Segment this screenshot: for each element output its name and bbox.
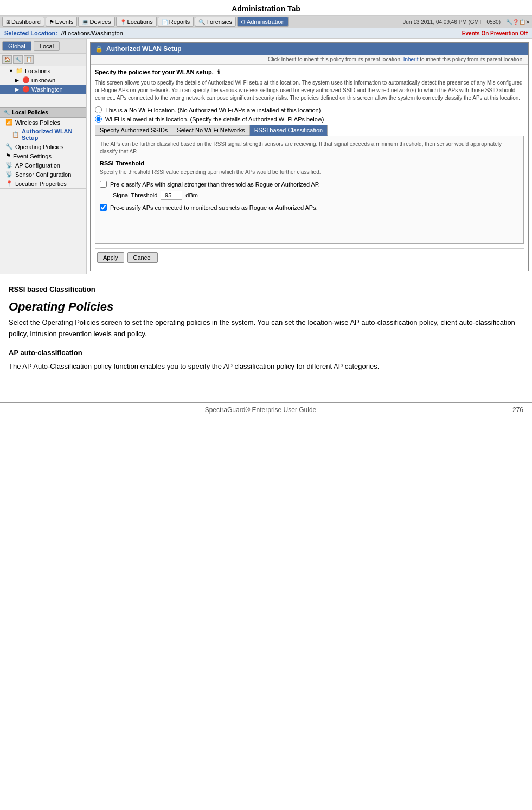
operating-icon: 🔧 xyxy=(5,143,13,150)
folder-icon: 📁 xyxy=(16,67,23,74)
footer-page: 276 xyxy=(512,406,523,414)
local-policies-title: 🔧 Local Policies xyxy=(0,107,86,118)
panel-header: 🔒 Authorized WLAN Setup xyxy=(91,43,528,55)
reports-icon: 📄 xyxy=(162,19,168,25)
rssi-threshold-desc: Specify the threshold RSSI value dependi… xyxy=(100,169,519,176)
page-footer: SpectraGuard® Enterprise User Guide 276 xyxy=(0,402,532,417)
bottom-buttons: Apply Cancel xyxy=(95,248,524,266)
checkbox-pre-classify-input[interactable] xyxy=(100,181,107,188)
nav-tab-dashboard[interactable]: ⊞ Dashboard xyxy=(2,17,44,27)
rssi-description: The APs can be further classified based … xyxy=(100,140,519,156)
nav-tab-locations[interactable]: 📍 Locations xyxy=(116,17,157,27)
sidebar-tab-local[interactable]: Local xyxy=(34,41,60,51)
sidebar-tab-global[interactable]: Global xyxy=(2,41,31,51)
nav-tabs: ⊞ Dashboard ⚑ Events 💻 Devices 📍 Locatio… xyxy=(2,17,289,27)
apply-button[interactable]: Apply xyxy=(97,252,124,263)
authorized-wlan-icon: 📋 xyxy=(12,131,20,138)
sidebar-local-policies: 🔧 Local Policies 📶 Wireless Policies 📋 A… xyxy=(0,107,86,189)
panel-header-icon: 🔒 xyxy=(95,45,103,53)
sidebar-operating-policies[interactable]: 🔧 Operating Policies xyxy=(0,142,86,151)
main-layout: Global Local 🏠 🔧 📋 ▼ 📁 Locations ▶ 🔴 unk… xyxy=(0,38,532,274)
info-icon: ℹ xyxy=(217,69,220,75)
local-policies-icon: 🔧 xyxy=(3,110,10,115)
signal-threshold-input[interactable] xyxy=(161,191,182,200)
rssi-content: The APs can be further classified based … xyxy=(95,136,524,244)
location-props-icon: 📍 xyxy=(5,180,13,187)
nav-tab-reports[interactable]: 📄 Reports xyxy=(158,17,194,27)
event-settings-icon: ⚑ xyxy=(5,152,11,159)
locations-icon: 📍 xyxy=(120,19,126,25)
events-icon: ⚑ xyxy=(49,19,54,25)
tree-item-unknown[interactable]: ▶ 🔴 unknown xyxy=(0,75,86,85)
page-title: Administration Tab xyxy=(0,0,532,16)
authorized-wlan-panel: 🔒 Authorized WLAN Setup Click Inherit to… xyxy=(90,42,529,271)
unknown-icon: 🔴 xyxy=(22,76,30,83)
specify-title: Specify the policies for your WLAN setup… xyxy=(95,69,524,76)
panel-body: Specify the policies for your WLAN setup… xyxy=(91,65,528,271)
inherit-bar: Click Inherit to inherit this policy fro… xyxy=(91,55,528,65)
washington-icon: 🔴 xyxy=(22,86,30,93)
events-status: Events On Prevention Off xyxy=(462,30,528,36)
doc-para-2: The AP Auto-Classification policy functi… xyxy=(9,361,523,372)
sidebar-location-properties[interactable]: 📍 Location Properties xyxy=(0,179,86,188)
tab-rssi-classification[interactable]: RSSI based Classification xyxy=(249,125,328,136)
nav-icons: 🔧❓📋✕ xyxy=(506,19,530,25)
nav-tab-administration[interactable]: ⚙ Administration xyxy=(237,17,289,27)
global-local-tabs: Global Local xyxy=(0,39,86,54)
doc-sub-heading: AP auto-classification xyxy=(9,349,523,357)
sidebar-authorized-wlan[interactable]: 📋 Authorized WLAN Setup xyxy=(0,127,86,142)
datetime-display: Jun 13 2011, 04:09:46 PM (GMT +0530) 🔧❓📋… xyxy=(403,19,530,25)
radio-no-wifi: This is a No Wi-Fi location. (No Authori… xyxy=(95,106,524,113)
forensics-icon: 🔍 xyxy=(198,19,205,25)
dashboard-icon: ⊞ xyxy=(6,19,10,25)
rssi-threshold-title: RSSI Threshold xyxy=(100,160,519,166)
content-area: 🔒 Authorized WLAN Setup Click Inherit to… xyxy=(87,39,532,274)
checkbox-monitored-subnets-input[interactable] xyxy=(100,204,107,211)
sidebar-toolbar: 🏠 🔧 📋 xyxy=(0,54,86,66)
footer-text: SpectraGuard® Enterprise User Guide xyxy=(205,406,317,414)
top-navigation: ⊞ Dashboard ⚑ Events 💻 Devices 📍 Locatio… xyxy=(0,16,532,28)
policy-description: This screen allows you to specify the de… xyxy=(95,79,524,102)
inner-tabs: Specify Authorized SSIDs Select No Wi-Fi… xyxy=(95,125,524,136)
wireless-icon: 📶 xyxy=(5,119,13,126)
radio-wifi-allowed: Wi-Fi is allowed at this location. (Spec… xyxy=(95,115,524,123)
nav-tab-devices[interactable]: 💻 Devices xyxy=(78,17,114,27)
radio-wifi-allowed-input[interactable] xyxy=(95,115,102,123)
tree-item-washington[interactable]: ▶ 🔴 Washington xyxy=(0,85,86,94)
radio-no-wifi-input[interactable] xyxy=(95,106,102,113)
sidebar-icon-2[interactable]: 🔧 xyxy=(13,55,23,64)
tree-item-locations[interactable]: ▼ 📁 Locations xyxy=(0,66,86,75)
sidebar-sensor-configuration[interactable]: 📡 Sensor Configuration xyxy=(0,170,86,179)
devices-icon: 💻 xyxy=(82,19,88,25)
nav-tab-events[interactable]: ⚑ Events xyxy=(46,17,78,27)
cancel-button[interactable]: Cancel xyxy=(127,252,158,263)
sensor-config-icon: 📡 xyxy=(5,171,13,178)
doc-section-label: RSSI based Classification xyxy=(9,285,523,293)
sidebar-wireless-policies[interactable]: 📶 Wireless Policies xyxy=(0,118,86,127)
signal-threshold-row: Signal Threshold dBm xyxy=(113,191,519,200)
checkbox-monitored-subnets: Pre-classify APs connected to monitored … xyxy=(100,204,519,211)
selected-location-bar: Selected Location: //Locations/Washingto… xyxy=(0,28,532,38)
sidebar: Global Local 🏠 🔧 📋 ▼ 📁 Locations ▶ 🔴 unk… xyxy=(0,39,87,274)
doc-heading: Operating Policies xyxy=(9,300,523,314)
nav-tab-forensics[interactable]: 🔍 Forensics xyxy=(195,17,236,27)
ap-config-icon: 📡 xyxy=(5,162,13,169)
tab-no-wifi-networks[interactable]: Select No Wi-Fi Networks xyxy=(172,125,249,136)
doc-content: RSSI based Classification Operating Poli… xyxy=(0,274,532,391)
location-path: Selected Location: //Locations/Washingto… xyxy=(4,30,123,36)
doc-para: Select the Operating Policies screen to … xyxy=(9,317,523,340)
sidebar-ap-configuration[interactable]: 📡 AP Configuration xyxy=(0,160,86,170)
sidebar-icon-1[interactable]: 🏠 xyxy=(2,55,12,64)
panel-title: Authorized WLAN Setup xyxy=(106,45,182,53)
sidebar-event-settings[interactable]: ⚑ Event Settings xyxy=(0,151,86,160)
checkbox-pre-classify: Pre-classify APs with signal stronger th… xyxy=(100,181,519,188)
sidebar-icon-3[interactable]: 📋 xyxy=(24,55,34,64)
tab-specify-ssids[interactable]: Specify Authorized SSIDs xyxy=(95,125,172,136)
inherit-link[interactable]: Inherit xyxy=(403,56,419,62)
admin-icon: ⚙ xyxy=(241,19,246,25)
